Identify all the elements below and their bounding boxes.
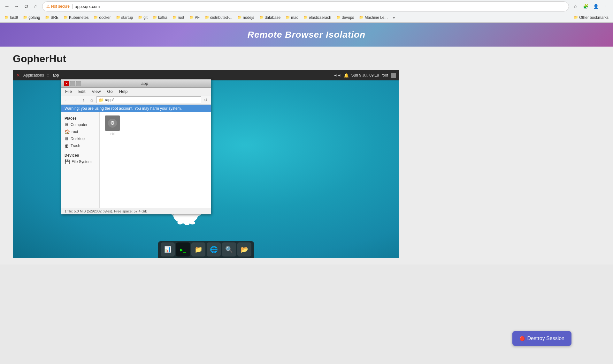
fm-warning-text: Warning: you are using the root account.… <box>65 106 182 111</box>
fm-sidebar-item-trash[interactable]: 🗑 Trash <box>61 142 99 149</box>
reload-button[interactable]: ↺ <box>22 2 31 11</box>
remote-taskbar: 📊 ▶_ 📁 🌐 🔍 📂 <box>158 241 254 258</box>
rbi-banner: Remote Browser Isolation <box>0 23 613 47</box>
fm-window-buttons: ✕ <box>64 81 81 86</box>
home-button[interactable]: ⌂ <box>31 2 40 11</box>
folder-icon: 📁 <box>45 15 50 19</box>
rbi-title: Remote Browser Isolation <box>248 30 365 40</box>
filesystem-icon: 💾 <box>65 159 70 164</box>
bookmark-other[interactable]: 📁 Other bookmarks <box>572 15 610 20</box>
bookmark-nodejs[interactable]: 📁 nodejs <box>235 15 256 20</box>
fm-devices-label: Devices <box>61 152 99 158</box>
fm-menu-file[interactable]: File <box>64 88 73 94</box>
folder-icon: 📁 <box>574 15 578 19</box>
bookmark-kubernetes[interactable]: 📁 Kubernetes <box>62 15 90 20</box>
volume-icon[interactable]: ◄◄ <box>333 73 341 78</box>
taskbar-search[interactable]: 🔍 <box>222 242 236 256</box>
bookmark-pf[interactable]: 📁 PF <box>188 15 202 20</box>
fm-file-item-rbi[interactable]: ⚙ rbi <box>103 115 122 136</box>
trash-icon: 🗑 <box>65 143 69 148</box>
svg-point-12 <box>190 221 195 224</box>
destroy-session-button[interactable]: 🔴 Destroy Session <box>512 331 572 346</box>
fm-menubar: File Edit View Go Help <box>61 88 211 95</box>
folder-icon: 📁 <box>359 15 364 19</box>
bookmark-sre[interactable]: 📁 SRE <box>43 15 60 20</box>
folder-icon: 📁 <box>189 15 194 19</box>
fm-folder-icon: 📁 <box>99 98 104 102</box>
fm-titlebar: ✕ app <box>61 79 211 88</box>
bookmark-more[interactable]: » <box>391 15 397 20</box>
bookmark-mac[interactable]: 📁 mac <box>284 15 300 20</box>
bookmarks-bar: 📁 last9 📁 golang 📁 SRE 📁 Kubernetes 📁 do… <box>0 13 613 22</box>
bookmark-devops[interactable]: 📁 devops <box>334 15 356 20</box>
terminal-icon: ▶_ <box>180 247 186 253</box>
bookmark-machine-learning[interactable]: 📁 Machine Le... <box>357 15 389 20</box>
bookmark-golang[interactable]: 📁 golang <box>21 15 42 20</box>
folder-icon: 📂 <box>241 246 249 253</box>
profile-button[interactable]: 👤 <box>591 2 600 11</box>
fm-file-area: ⚙ rbi <box>100 112 211 208</box>
applications-label[interactable]: Applications <box>23 73 44 78</box>
menu-button[interactable]: ⋮ <box>602 2 610 11</box>
rbi-desktop-container[interactable]: ✕ Applications :: app ◄◄ 🔔 Sun 9 Jul, 09… <box>13 70 399 258</box>
fm-forward-button[interactable]: → <box>72 96 79 103</box>
bookmark-startup[interactable]: 📁 startup <box>114 15 135 20</box>
back-button[interactable]: ← <box>3 2 11 11</box>
fm-refresh-button[interactable]: ↺ <box>203 97 209 103</box>
taskbar-filemanager[interactable]: 📁 <box>191 242 205 256</box>
svg-point-10 <box>177 221 183 224</box>
bookmark-elastic[interactable]: 📁 elasticserach <box>302 15 333 20</box>
extensions-button[interactable]: 🧩 <box>581 2 590 11</box>
file-manager-window: ✕ app File Edit View Go Help ← → ↑ ⌂ <box>61 79 211 214</box>
bookmark-database[interactable]: 📁 database <box>257 15 282 20</box>
folder-icon: 📁 <box>172 15 177 19</box>
desktop-icon: 🖥 <box>65 136 69 141</box>
fm-back-button[interactable]: ← <box>63 96 70 103</box>
fm-close-button[interactable]: ✕ <box>64 81 69 86</box>
remote-topbar-left: ✕ Applications :: app <box>16 73 59 78</box>
bookmark-docker[interactable]: 📁 docker <box>92 15 112 20</box>
bell-icon[interactable]: 🔔 <box>344 73 349 78</box>
taskbar-browser[interactable]: 🌐 <box>207 242 221 256</box>
taskbar-terminal[interactable]: ▶_ <box>176 242 190 256</box>
fm-menu-edit[interactable]: Edit <box>77 88 87 94</box>
security-indicator: ⚠ Not secure <box>46 4 70 9</box>
fm-address-text: /app/ <box>105 98 114 102</box>
bookmark-kafka[interactable]: 📁 kafka <box>151 15 169 20</box>
remote-close-icon[interactable]: ✕ <box>16 73 20 78</box>
fm-sidebar-item-root[interactable]: 🏠 root <box>61 128 99 135</box>
fm-address-bar[interactable]: 📁 /app/ <box>96 96 201 103</box>
fm-up-button[interactable]: ↑ <box>80 96 87 103</box>
fm-sidebar-item-filesystem[interactable]: 💾 File System <box>61 158 99 165</box>
browser-action-buttons: ☆ 🧩 👤 ⋮ <box>571 2 610 11</box>
browser-top-bar: ← → ↺ ⌂ ⚠ Not secure | app.sqrx.com ☆ 🧩 … <box>0 0 613 13</box>
folder-icon: 📁 <box>153 15 157 19</box>
fm-minimize-button[interactable] <box>70 81 75 86</box>
folder-icon: 📁 <box>138 15 142 19</box>
fm-home-button[interactable]: ⌂ <box>88 96 95 103</box>
address-bar-container[interactable]: ⚠ Not secure | app.sqrx.com <box>42 1 569 11</box>
bookmark-rust[interactable]: 📁 rust <box>171 15 186 20</box>
taskbar-item-0[interactable]: 📊 <box>161 242 175 256</box>
computer-icon: 🖥 <box>65 122 69 127</box>
fm-title-text: app <box>81 81 208 86</box>
forward-button[interactable]: → <box>12 2 21 11</box>
taskbar-folder[interactable]: 📂 <box>237 242 251 256</box>
folder-icon: 📁 <box>64 15 68 19</box>
fm-menu-help[interactable]: Help <box>118 88 129 94</box>
destroy-session-label: Destroy Session <box>527 336 565 341</box>
fm-menu-go[interactable]: Go <box>106 88 114 94</box>
fm-sidebar-item-desktop[interactable]: 🖥 Desktop <box>61 135 99 142</box>
fm-menu-view[interactable]: View <box>90 88 102 94</box>
fm-sidebar-item-computer[interactable]: 🖥 Computer <box>61 121 99 128</box>
search-icon: 🔍 <box>225 246 233 253</box>
folder-icon: 📁 <box>336 15 341 19</box>
fm-maximize-button[interactable] <box>76 81 81 86</box>
window-box <box>391 73 396 78</box>
star-button[interactable]: ☆ <box>571 2 580 11</box>
home-icon: 🏠 <box>65 129 70 134</box>
bookmark-git[interactable]: 📁 git <box>136 15 149 20</box>
bookmark-distributed[interactable]: 📁 distributed-... <box>203 15 234 20</box>
folder-icon: 📁 <box>205 15 209 19</box>
bookmark-last9[interactable]: 📁 last9 <box>3 15 20 20</box>
